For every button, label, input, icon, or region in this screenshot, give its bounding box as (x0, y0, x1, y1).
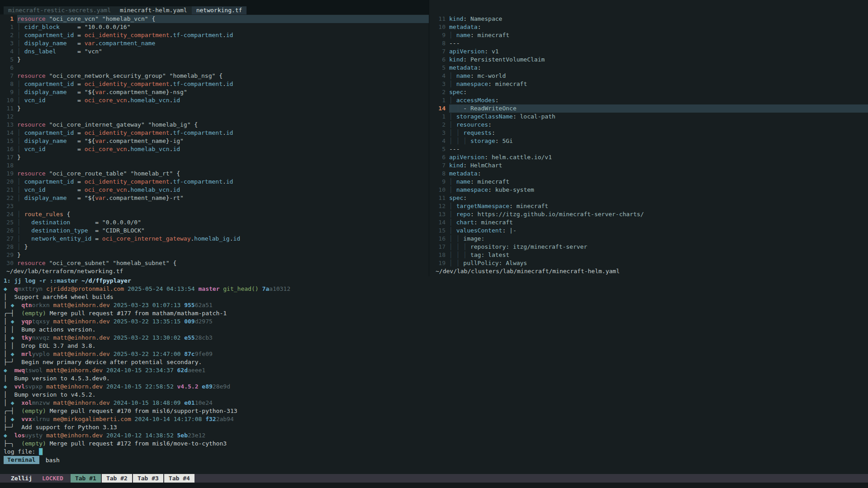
code-line[interactable]: 13│ repo: https://itzg.github.io/minecra… (429, 210, 868, 218)
code-text: metadata: (449, 23, 868, 31)
zellij-tab-1[interactable]: Tab #1 (71, 474, 101, 483)
code-line[interactable]: 6 (0, 64, 429, 72)
code-line[interactable]: 5} (0, 56, 429, 64)
code-line[interactable]: 3│ │ requests: (429, 129, 868, 137)
code-line[interactable]: 25│ destination = "0.0.0.0/0" (0, 218, 429, 227)
code-line[interactable]: 11} (0, 104, 429, 113)
code-line[interactable]: 10│ vcn_id = oci_core_vcn.homelab_vcn.id (0, 96, 429, 104)
code-line[interactable]: 6kind: PersistentVolumeClaim (429, 56, 868, 64)
code-line[interactable]: 15│ valuesContent: |- (429, 227, 868, 235)
text-segment: minecraft (474, 32, 509, 38)
code-text: │ targetNamespace: minecraft (449, 202, 868, 210)
text-segment: route_rules (21, 211, 63, 218)
code-line[interactable]: 20│ compartment_id = oci_identity_compar… (0, 178, 429, 186)
line-number: 13 (0, 121, 14, 129)
code-line[interactable]: 17} (0, 153, 429, 161)
code-line[interactable]: 2spec: (429, 88, 868, 96)
code-line[interactable]: 2│ resources: (429, 121, 868, 129)
code-line[interactable]: 8--- (429, 39, 868, 47)
code-line[interactable]: 30resource "oci_core_subnet" "homelab_su… (0, 259, 429, 267)
text-segment: 2024-10-14 14:17:08 (135, 416, 202, 422)
terminal-pane[interactable]: 1: jj log -r ::master ~/d/ffpyplayer◆ qm… (0, 277, 868, 456)
code-line[interactable]: 3│ display_name = var.compartment_name (0, 39, 429, 47)
code-line[interactable]: 18│ │ │ tag: latest (429, 251, 868, 259)
code-line[interactable]: 26│ destination_type = "CIDR_BLOCK" (0, 227, 429, 235)
code-line[interactable]: 7resource "oci_core_network_security_gro… (0, 72, 429, 80)
terminal-log-line: │ ◆ mrlyvplo matt@einhorn.dev 2025-03-22… (0, 350, 868, 358)
text-segment: display_name (21, 89, 67, 95)
text-segment: tqxsy (32, 318, 50, 325)
zellij-tab-4[interactable]: Tab #4 (164, 474, 194, 483)
code-line[interactable]: 5--- (429, 145, 868, 153)
code-line[interactable]: 5metadata: (429, 64, 868, 72)
code-line[interactable]: 11spec: (429, 194, 868, 202)
window-item-terminal[interactable]: Terminal (4, 456, 39, 464)
code-line[interactable]: 1resource "oci_core_vcn" "homelab_vcn" { (0, 15, 429, 23)
code-line[interactable]: 3│ namespace: minecraft (429, 80, 868, 88)
code-line[interactable]: 14│ chart: minecraft (429, 218, 868, 227)
code-line[interactable]: 16│ │ image: (429, 235, 868, 243)
text-segment: 28e9d (213, 383, 230, 390)
code-line[interactable]: 27│ network_entity_id = oci_core_interne… (0, 235, 429, 243)
text-segment: : (513, 113, 517, 120)
code-line[interactable]: 4│ name: mc-world (429, 72, 868, 80)
text-segment: ├─╯ Begin new primary device after poten… (4, 359, 202, 365)
text-segment: │ (449, 178, 453, 185)
zellij-tab-3[interactable]: Tab #3 (133, 474, 163, 483)
code-line[interactable]: 4│ │ │ storage: 5Gi (429, 137, 868, 145)
code-line[interactable]: 18 (0, 161, 429, 170)
code-line[interactable]: 10│ namespace: kube-system (429, 186, 868, 194)
code-line[interactable]: 19resource "oci_core_route_table" "homel… (0, 170, 429, 178)
code-line[interactable]: 9│ name: minecraft (429, 178, 868, 186)
text-segment (174, 432, 177, 439)
code-line[interactable]: 4│ dns_label = "vcn" (0, 47, 429, 56)
code-line[interactable]: 10metadata: (429, 23, 868, 31)
code-line[interactable]: 1│ storageClassName: local-path (429, 113, 868, 121)
text-segment: 2ab94 (216, 416, 234, 422)
code-line[interactable]: 29} (0, 251, 429, 259)
code-line[interactable]: 22│ display_name = "${var.compartment_na… (0, 194, 429, 202)
code-line[interactable]: 1│ cidr_block = "10.0.0.0/16" (0, 23, 429, 31)
code-line[interactable]: 13resource "oci_core_internet_gateway" "… (0, 121, 429, 129)
code-line[interactable]: 7apiVersion: v1 (429, 47, 868, 56)
code-text (17, 64, 429, 72)
code-line[interactable]: 14│ │ - ReadWriteOnce (429, 104, 868, 113)
editor-pane-terraform[interactable]: 1resource "oci_core_vcn" "homelab_vcn" {… (0, 15, 429, 275)
code-line[interactable]: 23 (0, 202, 429, 210)
code-line[interactable]: 8metadata: (429, 170, 868, 178)
text-segment: │ (449, 203, 453, 209)
text-segment: │ (4, 334, 11, 341)
code-line[interactable]: 14│ compartment_id = oci_identity_compar… (0, 129, 429, 137)
code-line[interactable]: 8│ compartment_id = oci_identity_compart… (0, 80, 429, 88)
terminal-log-line: │ ◆ yqptqxsy matt@einhorn.dev 2025-03-22… (0, 317, 868, 326)
terminal-input-line[interactable]: log file: █ (0, 448, 868, 456)
text-segment: │ (17, 129, 21, 136)
buffer-tab-minecraft-restic-secrets.yaml[interactable]: minecraft-restic-secrets.yaml (4, 6, 115, 14)
code-line[interactable]: 1│ accessModes: (429, 96, 868, 104)
editor-pane-yaml[interactable]: 11kind: Namespace10metadata:9│ name: min… (429, 15, 868, 275)
code-line[interactable]: 16│ vcn_id = oci_core_vcn.homelab_vcn.id (0, 145, 429, 153)
buffer-tab-networking.tf[interactable]: networking.tf (192, 6, 247, 14)
code-line[interactable]: 7kind: HelmChart (429, 161, 868, 170)
code-line[interactable]: 28│ } (0, 243, 429, 251)
text-segment: (empty) (21, 407, 46, 414)
zellij-tab-2[interactable]: Tab #2 (102, 474, 132, 483)
code-line[interactable]: 6apiVersion: helm.cattle.io/v1 (429, 153, 868, 161)
code-text: apiVersion: helm.cattle.io/v1 (449, 153, 868, 161)
code-line[interactable]: 11kind: Namespace (429, 15, 868, 23)
code-line[interactable]: 15│ display_name = "${var.compartment_na… (0, 137, 429, 145)
code-line[interactable]: 12 (0, 113, 429, 121)
code-line[interactable]: 17│ │ │ repository: itzg/minecraft-serve… (429, 243, 868, 251)
code-line[interactable]: 21│ vcn_id = oci_core_vcn.homelab_vcn.id (0, 186, 429, 194)
text-segment: . (223, 81, 226, 87)
buffer-tab-minecraft-helm.yaml[interactable]: minecraft-helm.yaml (115, 6, 192, 14)
code-line[interactable]: 24│ route_rules { (0, 210, 429, 218)
text-segment: matt@einhorn.dev (53, 318, 110, 325)
code-line[interactable]: 12│ targetNamespace: minecraft (429, 202, 868, 210)
window-item-bash[interactable]: bash (46, 457, 60, 464)
line-number: 19 (0, 170, 14, 178)
code-line[interactable]: 9│ display_name = "${var.compartment_nam… (0, 88, 429, 96)
code-line[interactable]: 19│ │ pullPolicy: Always (429, 259, 868, 267)
code-line[interactable]: 2│ compartment_id = oci_identity_compart… (0, 31, 429, 39)
code-line[interactable]: 9│ name: minecraft (429, 31, 868, 39)
